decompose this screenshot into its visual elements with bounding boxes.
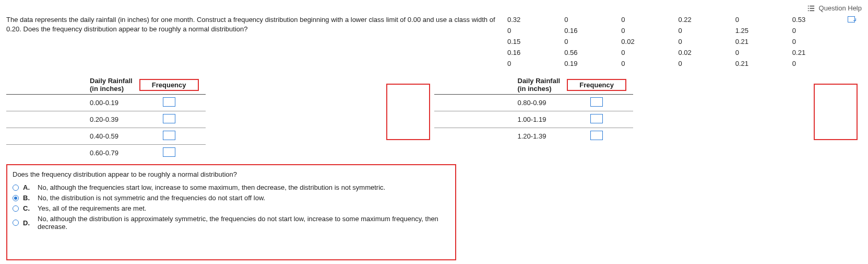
option-text: No, although the frequencies start low, … [38,183,385,191]
data-value: 0 [507,26,556,35]
data-grid: 0.32000.2200.5300.16001.2500.1500.0200.2… [507,15,841,68]
table-right-header-rainfall: Daily Rainfall [518,77,561,85]
top-header-bar: Question Help [6,4,862,12]
data-value: 0.21 [735,37,784,46]
class-interval: 1.00-1.19 [434,111,561,128]
table-row: 0.60-0.79 [6,145,206,162]
question-prompt: The data represents the daily rainfall (… [6,15,507,34]
svg-rect-3 [810,8,814,9]
option-text: Yes, all of the requirements are met. [38,204,146,212]
data-value: 0 [735,15,784,24]
svg-rect-1 [810,5,814,6]
data-value: 0 [621,26,670,35]
svg-rect-5 [810,10,814,11]
data-value: 0 [678,26,727,35]
data-value: 0.22 [678,15,727,24]
list-icon [807,5,815,12]
data-value: 0 [621,48,670,57]
mc-option[interactable]: A.No, although the frequencies start low… [13,183,450,191]
frequency-input[interactable] [590,131,603,140]
radio-button[interactable] [13,185,19,191]
radio-button[interactable] [13,205,19,212]
table-left-header-units: (in inches) [90,85,124,93]
frequency-input[interactable] [163,97,175,107]
data-value: 0 [564,15,613,24]
data-value: 0.19 [564,59,613,68]
data-value: 1.25 [735,26,784,35]
class-interval: 0.80-0.99 [434,95,561,111]
class-interval: 0.00-0.19 [6,95,133,111]
class-interval: 0.40-0.59 [6,128,133,145]
class-interval: 0.20-0.39 [6,111,133,128]
class-interval: 0.60-0.79 [6,145,133,162]
mc-option[interactable]: C.Yes, all of the requirements are met. [13,204,450,212]
data-value: 0 [564,37,613,46]
data-value: 0.32 [507,15,556,24]
data-value: 0.15 [507,37,556,46]
mc-option[interactable]: B.No, the distribution is not symmetric … [13,194,450,202]
frequency-input[interactable] [590,114,603,123]
copy-data-icon[interactable] [848,16,855,22]
frequency-table-right: Daily Rainfall (in inches) Frequency 0.8… [434,75,634,144]
radio-button[interactable] [13,195,19,201]
table-row: 1.00-1.19 [434,111,634,128]
frequency-input[interactable] [163,147,175,157]
data-value: 0 [792,59,841,68]
class-interval: 1.20-1.39 [434,128,561,145]
data-value: 0.16 [507,48,556,57]
data-value: 0 [507,59,556,68]
frequency-input[interactable] [163,131,175,140]
option-letter: A. [23,183,31,191]
data-value: 0.02 [621,37,670,46]
svg-rect-2 [807,8,808,9]
frequency-input[interactable] [163,114,175,123]
table-row: 0.80-0.99 [434,95,634,111]
frequency-table-left: Daily Rainfall (in inches) Frequency 0.0… [6,75,206,161]
svg-rect-0 [807,5,808,6]
data-value: 0.16 [564,26,613,35]
option-text: No, the distribution is not symmetric an… [38,194,265,202]
table-row: 0.40-0.59 [6,128,206,145]
table-row: 1.20-1.39 [434,128,634,145]
table-left-header-rainfall: Daily Rainfall [90,77,133,85]
data-value: 0 [792,26,841,35]
table-right-header-units: (in inches) [518,85,552,93]
data-value: 0.02 [678,48,727,57]
table-right-header-frequency: Frequency [567,79,626,91]
mc-option[interactable]: D.No, although the distribution is appro… [13,215,450,231]
option-text: No, although the distribution is approxi… [38,215,450,231]
table-left-header-frequency: Frequency [139,79,199,91]
data-value: 0 [621,59,670,68]
option-letter: D. [23,219,31,227]
data-value: 0 [792,37,841,46]
multiple-choice-block: Does the frequency distribution appear t… [6,164,456,260]
frequency-inputs-right-outline [814,84,858,140]
data-value: 0 [678,37,727,46]
frequency-inputs-left-outline [386,84,430,140]
option-letter: C. [23,204,31,212]
data-value: 0 [678,59,727,68]
data-value: 0 [621,15,670,24]
option-letter: B. [23,194,31,202]
table-row: 0.00-0.19 [6,95,206,111]
question-help-link[interactable]: Question Help [819,4,862,12]
data-value: 0.21 [792,48,841,57]
data-value: 0.21 [735,59,784,68]
svg-rect-4 [807,10,808,11]
frequency-input[interactable] [590,97,603,107]
radio-button[interactable] [13,220,19,226]
table-row: 0.20-0.39 [6,111,206,128]
data-value: 0.53 [792,15,841,24]
data-value: 0.56 [564,48,613,57]
data-value: 0 [735,48,784,57]
mc-prompt: Does the frequency distribution appear t… [13,170,450,178]
